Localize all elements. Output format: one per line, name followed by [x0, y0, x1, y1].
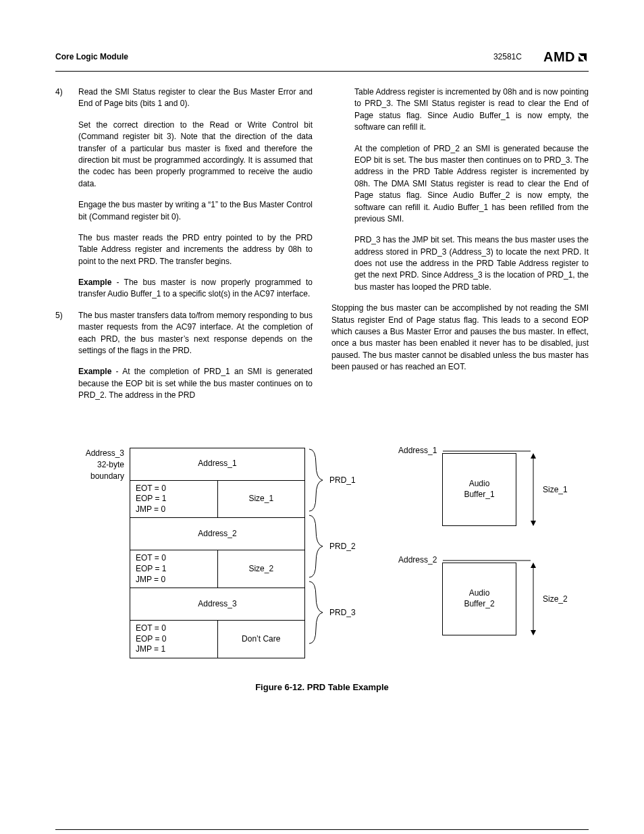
- table-row: Address_2: [130, 518, 305, 550]
- paragraph: PRD_3 has the JMP bit set. This means th…: [354, 234, 589, 293]
- list-number: 5): [55, 310, 78, 402]
- flag: EOP = 1: [136, 564, 212, 575]
- audio-buffer-diagram: Address_1 Audio Buffer_1 Size_1 Address_…: [378, 448, 589, 658]
- paragraph: Example - The bus master is now properly…: [78, 277, 313, 301]
- example-label: Example: [78, 278, 111, 287]
- addr-cell: Address_3: [130, 588, 305, 621]
- prd-label: PRD_2: [329, 541, 356, 552]
- size-cell: Size_1: [217, 480, 305, 518]
- size-label: Size_1: [543, 484, 568, 496]
- header-right: 32581C AMD: [493, 47, 589, 67]
- paragraph: The bus master transfers data to/from me…: [78, 310, 313, 357]
- flag: EOP = 1: [136, 494, 212, 504]
- tick-line: [443, 560, 531, 561]
- audio-buffer-label: Audio Buffer_2: [464, 588, 494, 609]
- example-label: Example: [78, 367, 111, 376]
- flag: JMP = 0: [136, 504, 212, 515]
- flag: JMP = 0: [136, 575, 212, 585]
- audio-buffer-box: Audio Buffer_1: [442, 453, 516, 526]
- amd-logo: AMD: [543, 47, 589, 67]
- column-left: 4) Read the SMI Status register to clear…: [55, 86, 313, 411]
- list-body: Read the SMI Status register to clear th…: [78, 86, 313, 301]
- example-text: - The bus master is now properly program…: [78, 278, 313, 298]
- svg-marker-2: [531, 453, 536, 459]
- side-label-line: Address_3: [55, 448, 124, 459]
- prd-table: Address_1 EOT = 0 EOP = 1 JMP = 0 Size_1…: [130, 448, 305, 658]
- page-header: Core Logic Module 32581C AMD: [55, 47, 589, 72]
- flags-cell: EOT = 0 EOP = 0 JMP = 1: [130, 621, 218, 658]
- table-row: EOT = 0 EOP = 0 JMP = 1 Don’t Care: [130, 621, 305, 658]
- address-label: Address_1: [398, 445, 437, 457]
- size-arrow-icon: [528, 563, 539, 635]
- figure-6-12: Address_3 32-byte boundary Address_1 EOT…: [55, 448, 589, 694]
- table-row: Address_1: [130, 448, 305, 480]
- flag: EOT = 0: [136, 553, 212, 564]
- page-footer: AMD Geode™ SC3200 Processor Data Book 16…: [55, 829, 589, 834]
- size-label: Size_2: [543, 594, 568, 605]
- svg-marker-3: [531, 521, 536, 526]
- list-item-5: 5) The bus master transfers data to/from…: [55, 310, 313, 402]
- figure-wrap: Address_3 32-byte boundary Address_1 EOT…: [55, 448, 589, 658]
- side-label-line: boundary: [55, 471, 124, 482]
- audio-buffer-label: Audio Buffer_1: [464, 479, 494, 500]
- column-right: Table Address register is incremented by…: [331, 86, 589, 411]
- flag: EOT = 0: [136, 623, 212, 634]
- audio-buffer-box: Audio Buffer_2: [442, 563, 516, 635]
- amd-logo-text: AMD: [543, 47, 575, 67]
- figure-caption: Figure 6-12. PRD Table Example: [55, 681, 589, 694]
- paragraph: Set the correct direction to the Read or…: [78, 120, 313, 190]
- body-columns: 4) Read the SMI Status register to clear…: [55, 86, 589, 411]
- addr-cell: Address_2: [130, 518, 305, 550]
- flag: EOT = 0: [136, 484, 212, 494]
- paragraph: Stopping the bus master can be accomplis…: [331, 303, 589, 373]
- size-arrow-icon: [528, 453, 539, 526]
- paragraph: At the completion of PRD_2 an SMI is gen…: [354, 143, 589, 226]
- list-item-4: 4) Read the SMI Status register to clear…: [55, 86, 313, 301]
- flag: EOP = 0: [136, 634, 212, 645]
- list-number: 4): [55, 86, 78, 301]
- paragraph: Example - At the completion of PRD_1 an …: [78, 366, 313, 401]
- example-text: - At the completion of PRD_1 an SMI is g…: [78, 367, 313, 400]
- table-row: Address_3: [130, 588, 305, 621]
- svg-marker-6: [531, 563, 536, 568]
- prd-label: PRD_3: [329, 607, 356, 619]
- side-label-line: 32-byte: [55, 459, 124, 471]
- paragraph: Engage the bus master by writing a “1” t…: [78, 199, 313, 223]
- prd-labels: PRD_1 PRD_2 PRD_3: [329, 448, 378, 658]
- paragraph: The bus master reads the PRD entry point…: [78, 232, 313, 267]
- brace-icon: [306, 448, 325, 513]
- paragraph: Table Address register is incremented by…: [354, 86, 589, 134]
- paragraph: Read the SMI Status register to clear th…: [78, 86, 313, 110]
- list-body: The bus master transfers data to/from me…: [78, 310, 313, 402]
- addr-cell: Address_1: [130, 448, 305, 480]
- size-cell: Don’t Care: [217, 621, 305, 658]
- svg-marker-7: [531, 630, 536, 635]
- flags-cell: EOT = 0 EOP = 1 JMP = 0: [130, 480, 218, 518]
- address-label: Address_2: [398, 554, 437, 566]
- size-cell: Size_2: [217, 550, 305, 588]
- flags-cell: EOT = 0 EOP = 1 JMP = 0: [130, 550, 218, 588]
- table-row: EOT = 0 EOP = 1 JMP = 0 Size_1: [130, 480, 305, 518]
- document-code: 32581C: [493, 51, 522, 63]
- brace-icon: [306, 580, 325, 645]
- side-label: Address_3 32-byte boundary: [55, 448, 130, 658]
- section-title: Core Logic Module: [55, 51, 128, 63]
- prd-label: PRD_1: [329, 475, 356, 486]
- amd-arrow-icon: [576, 51, 589, 63]
- tick-line: [443, 450, 531, 452]
- table-row: EOT = 0 EOP = 1 JMP = 0 Size_2: [130, 550, 305, 588]
- curly-braces: [305, 448, 329, 658]
- flag: JMP = 1: [136, 644, 212, 655]
- brace-icon: [306, 514, 325, 579]
